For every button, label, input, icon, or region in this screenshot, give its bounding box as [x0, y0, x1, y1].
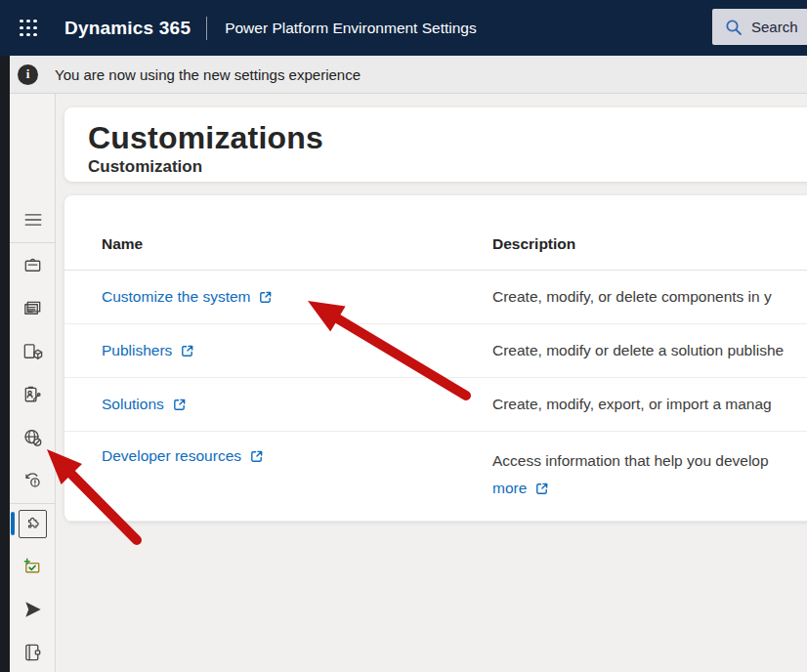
product-icon [21, 341, 44, 363]
selected-icon-frame [19, 510, 47, 538]
link-label: Solutions [102, 396, 164, 413]
selected-indicator-bar [11, 512, 15, 535]
search-box[interactable] [712, 9, 807, 45]
info-banner: i You are now using the new settings exp… [0, 56, 807, 94]
notebook-icon [21, 642, 44, 664]
news-icon [21, 298, 44, 320]
brand-title[interactable]: Dynamics 365 [64, 18, 191, 39]
link-label: Publishers [102, 342, 172, 359]
page-subtitle: Customization [88, 157, 807, 177]
table-row: Solutions Create, modify, export, or imp… [64, 378, 807, 432]
table-row: Publishers Create, modify or delete a so… [64, 324, 807, 378]
row-description: Access information that help you develop… [492, 447, 769, 502]
publishers-link[interactable]: Publishers [102, 342, 194, 359]
link-label: more [492, 475, 527, 502]
external-link-icon [249, 449, 264, 464]
left-edge-strip [0, 56, 10, 672]
sidebar-item-customizations-selected[interactable] [10, 508, 56, 539]
sidebar-item-send[interactable] [10, 594, 56, 625]
table-header-row: Name Description [64, 195, 807, 271]
customize-the-system-link[interactable]: Customize the system [102, 288, 273, 306]
more-link[interactable]: more [492, 475, 549, 502]
link-label: Developer resources [102, 447, 241, 465]
external-link-icon [258, 290, 273, 305]
row-description: Create, modify or delete a solution publ… [492, 337, 784, 364]
banner-message: You are now using the new settings exper… [55, 66, 361, 83]
service-clipboard-icon [21, 384, 44, 406]
main-content: Customizations Customization Name Descri… [57, 94, 807, 672]
sidebar-item-sync-status[interactable] [10, 465, 56, 496]
info-icon: i [18, 64, 38, 85]
sidebar-item-new-feature[interactable] [10, 551, 56, 582]
row-description: Create, modify, export, or import a mana… [492, 391, 772, 418]
menu-icon [22, 209, 44, 231]
page-header-card: Customizations Customization [64, 107, 807, 182]
external-link-icon [180, 344, 194, 358]
external-link-icon [534, 482, 549, 496]
top-navigation-bar: Dynamics 365 Power Platform Environment … [0, 0, 807, 56]
new-item-icon [21, 556, 44, 578]
solutions-link[interactable]: Solutions [102, 396, 187, 413]
table-row: Customize the system Create, modify, or … [64, 271, 807, 324]
search-icon [725, 19, 743, 36]
sidebar-item-badge[interactable] [10, 250, 56, 281]
puzzle-customizations-icon [22, 514, 43, 534]
page-title: Customizations [88, 120, 807, 156]
sync-status-icon [21, 470, 44, 492]
table-row: Developer resources Access information t… [64, 432, 807, 522]
send-icon [21, 599, 44, 621]
badge-icon [21, 255, 44, 277]
globe-blocked-icon [21, 427, 44, 449]
row-description: Create, modify, or delete components in … [492, 283, 772, 311]
sidebar-menu-button[interactable] [10, 204, 56, 235]
column-header-description: Description [492, 235, 575, 253]
sidebar-divider [10, 242, 56, 243]
sidebar-item-notebook[interactable] [10, 637, 56, 668]
app-title: Power Platform Environment Settings [225, 20, 477, 37]
settings-table-card: Name Description Customize the system Cr… [64, 195, 807, 522]
external-link-icon [172, 398, 187, 412]
sidebar-item-product[interactable] [10, 336, 56, 367]
link-label: Customize the system [102, 288, 250, 306]
sidebar-item-web[interactable] [10, 422, 56, 453]
sidebar-item-news[interactable] [10, 293, 56, 324]
search-input[interactable] [751, 19, 807, 35]
topbar-divider [206, 17, 207, 40]
app-launcher-waffle-icon[interactable] [20, 20, 37, 37]
sidebar-navigation [10, 94, 56, 672]
column-header-name: Name [102, 235, 492, 253]
sidebar-item-service[interactable] [10, 379, 56, 410]
developer-resources-link[interactable]: Developer resources [102, 447, 264, 465]
description-line-1: Access information that help you develop [492, 447, 769, 475]
sidebar-divider [10, 503, 56, 504]
